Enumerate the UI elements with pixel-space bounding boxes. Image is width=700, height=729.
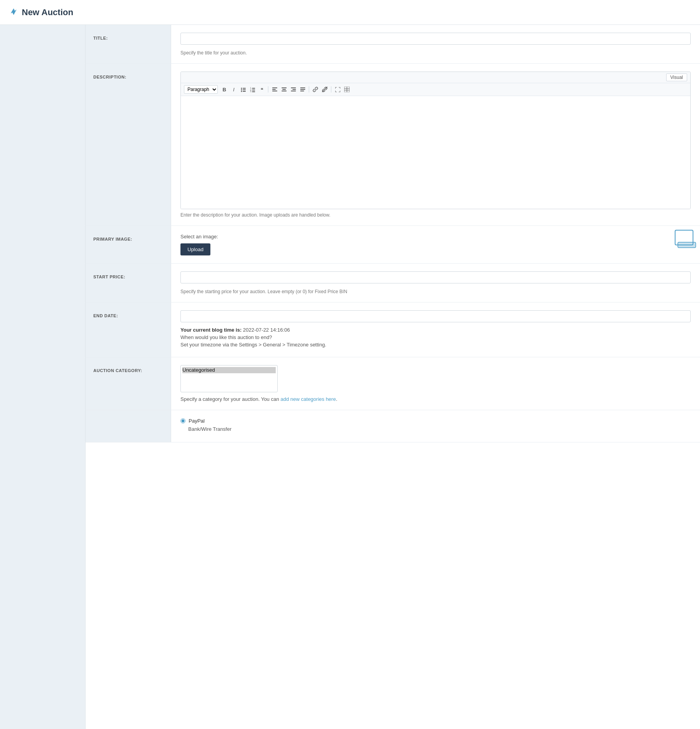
toolbar-sep-2 — [309, 86, 309, 93]
svg-rect-11 — [252, 91, 255, 92]
payment-field-content: PayPal Bank/Wire Transfer — [171, 410, 700, 442]
payment-label — [86, 410, 171, 442]
sidebar — [0, 25, 86, 729]
start-price-label: START PRICE: — [86, 264, 171, 302]
auction-category-label: AUCTION CATEGORY: — [86, 357, 171, 410]
editor-toolbar: Paragraph B I 1.2.3. ❝ — [181, 83, 690, 96]
title-row: TITLE: Specify the title for your auctio… — [86, 25, 700, 64]
toolbar-sep-1 — [268, 86, 268, 93]
upload-button[interactable]: Upload — [180, 243, 210, 255]
start-price-hint: Specify the starting price for your auct… — [180, 289, 691, 294]
description-label: DESCRIPTION: — [86, 64, 171, 226]
align-center-button[interactable] — [280, 86, 288, 93]
when-end-label: When would you like this auction to end? — [180, 334, 691, 340]
start-price-input[interactable] — [180, 271, 691, 283]
paypal-radio[interactable] — [180, 418, 186, 423]
add-categories-link[interactable]: add new categories here — [280, 396, 336, 402]
category-select[interactable]: Uncategorised — [180, 365, 278, 392]
blockquote-button[interactable]: ❝ — [257, 86, 266, 93]
paypal-label: PayPal — [189, 418, 205, 424]
bold-button[interactable]: B — [220, 86, 229, 93]
editor-topbar: Visual — [181, 72, 690, 83]
date-info: Your current blog time is: 2022-07-22 14… — [180, 327, 691, 348]
description-field-content: Visual Paragraph B I 1.2.3. — [171, 64, 700, 226]
toolbar-sep-3 — [331, 86, 331, 93]
category-hint-prefix: Specify a category for your auction. You… — [180, 396, 280, 402]
timezone-hint: Set your timezone via the Settings > Gen… — [180, 342, 691, 348]
title-field-content: Specify the title for your auction. — [171, 25, 700, 63]
end-date-field-content: Your current blog time is: 2022-07-22 14… — [171, 302, 700, 357]
start-price-row: START PRICE: Specify the starting price … — [86, 264, 700, 302]
svg-point-2 — [241, 89, 242, 90]
ordered-list-button[interactable]: 1.2.3. — [248, 86, 257, 93]
image-preview-icon — [675, 230, 696, 250]
start-price-field-content: Specify the starting price for your auct… — [171, 264, 700, 302]
description-hint: Enter the description for your auction. … — [180, 212, 691, 218]
svg-rect-9 — [252, 89, 255, 90]
visual-button[interactable]: Visual — [666, 73, 687, 81]
align-justify-button[interactable] — [298, 86, 307, 93]
svg-rect-5 — [243, 91, 246, 92]
rich-text-editor: Visual Paragraph B I 1.2.3. — [180, 72, 691, 209]
page-body: TITLE: Specify the title for your auctio… — [0, 25, 700, 729]
svg-rect-14 — [272, 91, 277, 91]
svg-text:3.: 3. — [250, 90, 252, 92]
category-hint-suffix: . — [336, 396, 338, 402]
primary-image-field-content: Select an image: Upload — [171, 226, 700, 263]
page-title: New Auction — [22, 7, 73, 17]
editor-body[interactable] — [181, 96, 690, 209]
svg-rect-17 — [282, 91, 287, 91]
paypal-payment-row: PayPal — [180, 418, 691, 424]
end-date-input[interactable] — [180, 310, 691, 322]
svg-rect-30 — [678, 242, 696, 248]
bankwire-payment-row: Bank/Wire Transfer — [180, 426, 691, 432]
payment-row: PayPal Bank/Wire Transfer — [86, 410, 700, 442]
header-icon — [9, 7, 18, 17]
svg-rect-15 — [282, 87, 287, 88]
auction-category-row: AUCTION CATEGORY: Uncategorised Specify … — [86, 357, 700, 410]
svg-rect-23 — [300, 91, 304, 91]
svg-rect-21 — [300, 87, 305, 88]
svg-rect-20 — [291, 91, 296, 91]
auction-category-field-content: Uncategorised Specify a category for you… — [171, 357, 700, 410]
category-hint: Specify a category for your auction. You… — [180, 396, 691, 402]
fullscreen-button[interactable] — [333, 86, 342, 93]
title-label: TITLE: — [86, 25, 171, 63]
unordered-list-button[interactable] — [239, 86, 247, 93]
title-hint: Specify the title for your auction. — [180, 50, 691, 56]
svg-rect-18 — [291, 87, 296, 88]
align-left-button[interactable] — [270, 86, 279, 93]
svg-rect-13 — [272, 89, 276, 90]
link-button[interactable] — [311, 86, 320, 93]
format-select[interactable]: Paragraph — [184, 85, 218, 94]
unlink-button[interactable] — [320, 86, 329, 93]
svg-rect-1 — [243, 88, 246, 89]
current-time-value: 2022-07-22 14:16:06 — [243, 327, 290, 333]
end-date-row: END DATE: Your current blog time is: 202… — [86, 302, 700, 357]
primary-image-label: PRIMARY IMAGE: — [86, 226, 171, 263]
select-image-label: Select an image: — [180, 234, 691, 240]
svg-rect-3 — [243, 89, 246, 90]
primary-image-row: PRIMARY IMAGE: Select an image: Upload — [86, 226, 700, 264]
svg-rect-22 — [300, 89, 305, 90]
title-input[interactable] — [180, 33, 691, 45]
svg-rect-7 — [252, 88, 255, 89]
table-button[interactable] — [343, 86, 351, 93]
page-header: New Auction — [0, 0, 700, 25]
main-content: TITLE: Specify the title for your auctio… — [86, 25, 700, 729]
align-right-button[interactable] — [289, 86, 298, 93]
description-row: DESCRIPTION: Visual Paragraph B I — [86, 64, 700, 226]
current-time-info: Your current blog time is: 2022-07-22 14… — [180, 327, 691, 333]
svg-point-0 — [241, 87, 242, 89]
category-option-uncategorised: Uncategorised — [182, 367, 276, 373]
bankwire-label: Bank/Wire Transfer — [188, 426, 231, 432]
italic-button[interactable]: I — [229, 86, 238, 93]
svg-rect-19 — [292, 89, 296, 90]
svg-rect-12 — [272, 87, 277, 88]
current-time-label: Your current blog time is: — [180, 327, 242, 333]
end-date-label: END DATE: — [86, 302, 171, 357]
svg-point-4 — [241, 91, 242, 92]
svg-rect-16 — [282, 89, 286, 90]
